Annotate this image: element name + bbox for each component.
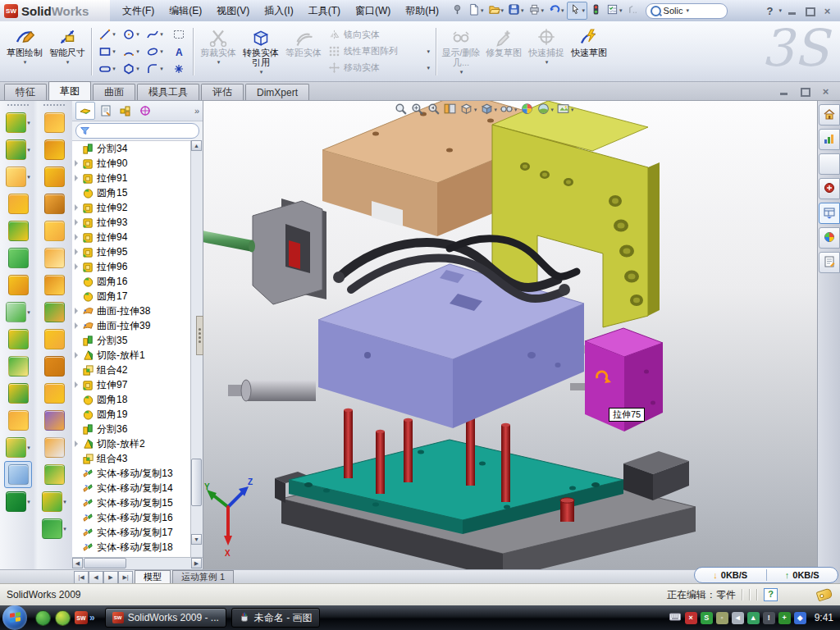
tab-模具工具[interactable]: 模具工具	[137, 84, 199, 100]
feature-manager-tab[interactable]	[75, 102, 95, 120]
dropdown-icon[interactable]: ▾	[571, 107, 574, 113]
feature-tool-button[interactable]	[1, 272, 35, 299]
taskbar-button[interactable]: SWSolidWorks 2009 - ...	[105, 608, 226, 628]
network-warning-icon[interactable]: !	[763, 612, 775, 624]
design-library-tab[interactable]	[819, 129, 840, 150]
expand-arrow-icon[interactable]	[75, 322, 82, 329]
help-dropdown-icon[interactable]: ▾	[778, 7, 782, 14]
tree-item[interactable]: 曲面-拉伸39	[72, 318, 192, 333]
restore-button[interactable]	[804, 6, 816, 16]
users-icon[interactable]: ◆	[794, 612, 806, 624]
configuration-manager-tab[interactable]	[116, 103, 135, 119]
tree-horizontal-scrollbar[interactable]: ◀ ▶	[72, 557, 203, 569]
quick-launch-chevron[interactable]: »	[89, 612, 95, 623]
dropdown-icon[interactable]: ▾	[63, 526, 66, 532]
feature-tool-button[interactable]: ▾	[37, 515, 71, 542]
feature-tool-button[interactable]	[37, 353, 71, 380]
dropdown-icon[interactable]: ▾	[501, 7, 504, 14]
sketch-slot-button[interactable]: ▾	[95, 62, 119, 75]
minimize-button[interactable]	[787, 6, 799, 16]
feature-tool-button[interactable]	[37, 461, 71, 488]
tree-item[interactable]: 切除-放样2	[72, 436, 192, 451]
menu-item[interactable]: 工具(T)	[301, 1, 348, 21]
feature-tool-button[interactable]	[1, 190, 35, 217]
hscroll-thumb[interactable]	[84, 558, 126, 568]
dropdown-icon[interactable]: ▾	[27, 309, 30, 316]
sketch-circle-button[interactable]: ▾	[119, 28, 143, 41]
tree-item[interactable]: 组合42	[72, 363, 192, 377]
feature-tool-button[interactable]	[37, 136, 71, 163]
dropdown-icon[interactable]: ▾	[481, 7, 484, 14]
expand-arrow-icon[interactable]	[75, 441, 82, 447]
tree-item[interactable]: 实体-移动/复制18	[72, 540, 192, 555]
sprue-unit[interactable]	[203, 199, 326, 304]
feature-tool-button[interactable]	[37, 434, 71, 461]
ime-keyboard-icon[interactable]	[669, 610, 682, 626]
section-view-button[interactable]	[443, 102, 457, 118]
dropdown-icon[interactable]: ▾	[27, 174, 30, 180]
expand-arrow-icon[interactable]	[75, 219, 82, 226]
feature-tool-button[interactable]	[37, 272, 71, 299]
feature-tool-button[interactable]	[37, 244, 71, 272]
tree-item[interactable]: 分割35	[72, 333, 192, 348]
tree-item[interactable]: 圆角19	[72, 407, 192, 422]
more-tabs-chevron[interactable]: »	[194, 106, 199, 116]
dropdown-icon[interactable]: ▾	[112, 31, 116, 38]
menu-item[interactable]: 文件(F)	[115, 1, 162, 21]
print-button[interactable]: ▾	[527, 2, 546, 19]
tree-item[interactable]: 拉伸93	[72, 215, 192, 230]
sketch-rect-button[interactable]: ▾	[95, 45, 119, 58]
dropdown-icon[interactable]: ▾	[112, 66, 116, 72]
feature-tool-button[interactable]	[37, 299, 71, 326]
dropdown-icon[interactable]: ▾	[112, 48, 116, 55]
tree-item[interactable]: 拉伸92	[72, 200, 192, 215]
tree-item[interactable]: 曲面-拉伸38	[72, 304, 192, 318]
options-button[interactable]: ▾	[605, 2, 624, 19]
feature-tool-button[interactable]	[37, 190, 71, 217]
dropdown-icon[interactable]: ▾	[160, 66, 163, 72]
property-manager-tab[interactable]	[97, 103, 115, 119]
scroll-left-button[interactable]: ◀	[72, 558, 83, 568]
tree-item[interactable]: 组合43	[72, 451, 192, 466]
start-button[interactable]	[2, 605, 27, 630]
dropdown-icon[interactable]: ▾	[136, 31, 139, 38]
sketch-ellipse-button[interactable]: ▾	[143, 45, 167, 58]
feature-tool-button[interactable]: ▾	[1, 488, 35, 515]
dropdown-icon[interactable]: ▾	[514, 107, 518, 113]
tree-item[interactable]: 实体-移动/复制13	[72, 466, 192, 481]
dropdown-icon[interactable]: ▾	[582, 7, 586, 14]
tab-曲面[interactable]: 曲面	[93, 84, 135, 100]
tree-item[interactable]: 拉伸90	[72, 156, 192, 171]
dropdown-icon[interactable]: ▾	[541, 7, 545, 14]
tree-item[interactable]: 实体-移动/复制15	[72, 495, 192, 510]
tree-item[interactable]: 圆角15	[72, 185, 192, 200]
dropdown-icon[interactable]: ▾	[474, 107, 477, 113]
dropdown-icon[interactable]: ▾	[27, 120, 30, 126]
feature-tool-button[interactable]: ▾	[1, 434, 35, 461]
menu-item[interactable]: 窗口(W)	[348, 1, 398, 21]
expand-arrow-icon[interactable]	[75, 308, 82, 314]
scroll-right-button[interactable]: ▶	[191, 558, 202, 568]
quick-tips-button[interactable]: ?	[764, 588, 778, 601]
pin-button[interactable]	[450, 2, 465, 19]
cmd-smartdim-button[interactable]: 智能尺寸▾	[46, 25, 89, 79]
feature-tool-button[interactable]	[37, 380, 71, 407]
feature-tool-button[interactable]	[37, 109, 71, 136]
feature-tool-button[interactable]: ▾	[37, 488, 71, 515]
tree-item[interactable]: 切除-放样1	[72, 348, 192, 363]
apply-scene-button[interactable]: ▾	[536, 102, 555, 118]
view-palette-tab[interactable]	[819, 203, 840, 224]
dropdown-icon[interactable]: ▾	[160, 31, 163, 38]
cmd-convert-button[interactable]: 转换实体引用▾	[240, 25, 282, 79]
dropdown-icon[interactable]: ▾	[136, 48, 139, 55]
expand-arrow-icon[interactable]	[75, 249, 82, 255]
tab-草图[interactable]: 草图	[48, 81, 91, 100]
update-icon[interactable]: ▲	[747, 612, 760, 624]
tree-item[interactable]: 实体-移动/复制16	[72, 510, 192, 525]
display-style-button[interactable]: ▾	[480, 102, 498, 118]
dropdown-icon[interactable]: ▾	[551, 107, 555, 113]
close-button[interactable]: ×	[821, 6, 833, 16]
sketch-arc-button[interactable]: ▾	[119, 45, 143, 58]
toolbox-tab[interactable]	[819, 178, 840, 199]
feature-tool-button[interactable]	[1, 326, 35, 353]
